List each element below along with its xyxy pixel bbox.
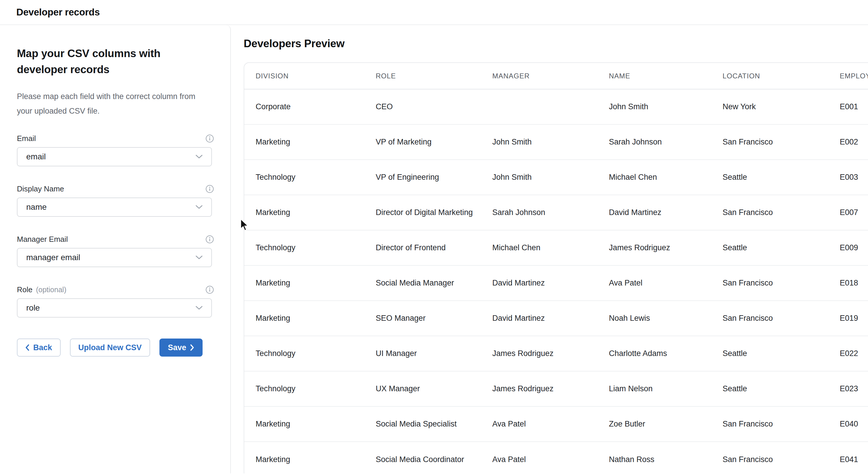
table-cell: San Francisco bbox=[722, 301, 840, 336]
table-cell: Ava Patel bbox=[492, 442, 609, 473]
csv-mapping-panel: Map your CSV columns with developer reco… bbox=[0, 25, 231, 473]
table-cell: Seattle bbox=[722, 336, 840, 371]
preview-title: Developers Preview bbox=[244, 38, 868, 50]
table-cell: E040 bbox=[840, 406, 868, 442]
manager-email-column-select[interactable]: manager email bbox=[17, 248, 212, 267]
table-cell: John Smith bbox=[492, 124, 609, 160]
table-cell: Charlotte Adams bbox=[609, 336, 722, 371]
table-cell: UX Manager bbox=[376, 371, 492, 406]
table-cell: E022 bbox=[840, 336, 868, 371]
table-cell: Seattle bbox=[722, 371, 840, 406]
table-cell: Liam Nelson bbox=[609, 371, 722, 406]
developers-table-card: DIVISIONROLEMANAGERNAMELOCATIONEMPLOYEE … bbox=[244, 62, 868, 473]
table-cell: Marketing bbox=[244, 124, 376, 160]
table-cell: E023 bbox=[840, 371, 868, 406]
table-cell: Director of Frontend bbox=[376, 230, 492, 265]
table-cell: Marketing bbox=[244, 301, 376, 336]
chevron-left-icon bbox=[25, 344, 29, 351]
table-row: MarketingSEO ManagerDavid MartinezNoah L… bbox=[244, 301, 868, 336]
column-header: ROLE bbox=[376, 63, 492, 89]
email-column-select[interactable]: email bbox=[17, 147, 212, 166]
table-row: TechnologyDirector of FrontendMichael Ch… bbox=[244, 230, 868, 265]
back-button[interactable]: Back bbox=[17, 339, 61, 356]
table-row: MarketingSocial Media ManagerDavid Marti… bbox=[244, 265, 868, 301]
table-cell: Seattle bbox=[722, 160, 840, 195]
content: Map your CSV columns with developer reco… bbox=[0, 25, 868, 473]
table-cell: Michael Chen bbox=[492, 230, 609, 265]
table-row: CorporateCEOJohn SmithNew YorkE001 bbox=[244, 89, 868, 124]
email-label: Email bbox=[17, 134, 36, 143]
column-header: EMPLOYEE ID bbox=[840, 63, 868, 89]
table-cell: E009 bbox=[840, 230, 868, 265]
table-cell: San Francisco bbox=[722, 124, 840, 160]
field-email: Email email bbox=[17, 134, 214, 166]
role-label: Role bbox=[17, 285, 32, 294]
table-row: MarketingSocial Media CoordinatorAva Pat… bbox=[244, 442, 868, 473]
column-header: MANAGER bbox=[492, 63, 609, 89]
table-cell: CEO bbox=[376, 89, 492, 124]
table-cell: E007 bbox=[840, 195, 868, 230]
manager-email-label: Manager Email bbox=[17, 235, 68, 244]
table-row: TechnologyUI ManagerJames RodriguezCharl… bbox=[244, 336, 868, 371]
chevron-right-icon bbox=[190, 344, 194, 351]
table-cell: E001 bbox=[840, 89, 868, 124]
display-name-label: Display Name bbox=[17, 184, 64, 193]
table-cell: UI Manager bbox=[376, 336, 492, 371]
table-cell: Ava Patel bbox=[609, 265, 722, 301]
chevron-down-icon bbox=[195, 155, 203, 159]
role-column-value: role bbox=[26, 303, 40, 313]
table-cell: Marketing bbox=[244, 195, 376, 230]
table-cell: E041 bbox=[840, 442, 868, 473]
role-column-select[interactable]: role bbox=[17, 298, 212, 318]
table-cell: Technology bbox=[244, 230, 376, 265]
back-button-label: Back bbox=[33, 343, 52, 352]
table-cell: Social Media Specialist bbox=[376, 406, 492, 442]
table-cell: E003 bbox=[840, 160, 868, 195]
table-cell: Corporate bbox=[244, 89, 376, 124]
role-optional-label: (optional) bbox=[36, 285, 66, 294]
table-row: TechnologyVP of EngineeringJohn SmithMic… bbox=[244, 160, 868, 195]
table-cell: James Rodriguez bbox=[609, 230, 722, 265]
email-column-value: email bbox=[26, 152, 46, 161]
preview-area: Developers Preview DIVISIONROLEMANAGERNA… bbox=[231, 25, 868, 473]
table-cell: E002 bbox=[840, 124, 868, 160]
table-cell: James Rodriguez bbox=[492, 371, 609, 406]
table-cell: Marketing bbox=[244, 406, 376, 442]
table-cell: David Martinez bbox=[492, 265, 609, 301]
table-cell: VP of Marketing bbox=[376, 124, 492, 160]
table-row: TechnologyUX ManagerJames RodriguezLiam … bbox=[244, 371, 868, 406]
info-icon[interactable] bbox=[206, 235, 214, 244]
info-icon[interactable] bbox=[206, 285, 214, 294]
table-cell: Sarah Johnson bbox=[609, 124, 722, 160]
display-name-column-select[interactable]: name bbox=[17, 197, 212, 217]
display-name-column-value: name bbox=[26, 202, 46, 212]
table-cell: David Martinez bbox=[609, 195, 722, 230]
column-header: LOCATION bbox=[722, 63, 840, 89]
table-cell: Seattle bbox=[722, 230, 840, 265]
info-icon[interactable] bbox=[206, 185, 214, 193]
table-cell: Technology bbox=[244, 160, 376, 195]
table-cell: Social Media Coordinator bbox=[376, 442, 492, 473]
table-cell: Ava Patel bbox=[492, 406, 609, 442]
table-cell: David Martinez bbox=[492, 301, 609, 336]
table-cell: James Rodriguez bbox=[492, 336, 609, 371]
info-icon[interactable] bbox=[206, 134, 214, 143]
table-cell: Sarah Johnson bbox=[492, 195, 609, 230]
table-cell: Noah Lewis bbox=[609, 301, 722, 336]
save-button[interactable]: Save bbox=[159, 339, 203, 356]
panel-description: Please map each field with the correct c… bbox=[17, 89, 204, 118]
manager-email-column-value: manager email bbox=[26, 253, 80, 262]
upload-new-csv-button[interactable]: Upload New CSV bbox=[70, 339, 150, 356]
app-header: Developer records bbox=[0, 0, 868, 25]
table-cell: E018 bbox=[840, 265, 868, 301]
field-role: Role (optional) role bbox=[17, 285, 214, 318]
table-cell: San Francisco bbox=[722, 406, 840, 442]
table-cell: John Smith bbox=[492, 160, 609, 195]
table-cell: Marketing bbox=[244, 265, 376, 301]
table-cell: E019 bbox=[840, 301, 868, 336]
chevron-down-icon bbox=[195, 306, 203, 310]
chevron-down-icon bbox=[195, 255, 203, 260]
table-cell bbox=[492, 89, 609, 124]
table-cell: Michael Chen bbox=[609, 160, 722, 195]
table-cell: SEO Manager bbox=[376, 301, 492, 336]
